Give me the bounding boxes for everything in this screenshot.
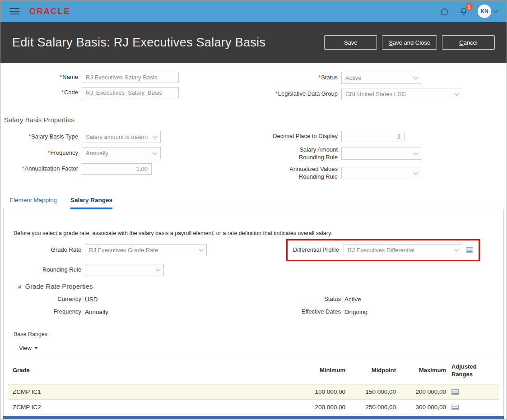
salary-basis-properties-title: Salary Basis Properties [4, 116, 507, 124]
required-asterisk: * [275, 90, 278, 97]
currency-label: Currency [4, 295, 81, 303]
currency-value: USD [85, 296, 98, 303]
chevron-down-icon [153, 150, 158, 155]
legislative-data-group-select[interactable]: GBI United States LDG [341, 88, 462, 100]
required-asterisk: * [28, 133, 31, 140]
column-header-grade: Grade [8, 357, 293, 384]
status-value: Active [345, 74, 411, 81]
adjusted-ranges-icon[interactable] [451, 405, 459, 410]
midpoint-cell: 250 000,00 [345, 399, 396, 415]
home-icon [439, 7, 450, 16]
chevron-down-icon [153, 134, 158, 138]
required-asterisk: * [318, 74, 321, 81]
chevron-down-icon [455, 91, 459, 96]
salary-amount-rounding-select[interactable] [341, 148, 421, 160]
grade-cell: ZCMP IC1 [8, 384, 293, 399]
code-label: *Code [0, 89, 78, 97]
minimum-cell: 100 000,00 [293, 384, 345, 399]
effective-dates-value: Ongoing [344, 309, 367, 315]
salary-basis-type-value: Salary amount is detern [86, 134, 151, 140]
view-menu-button[interactable]: View [19, 345, 503, 351]
differential-profile-value: RJ Executives Differential [348, 247, 452, 254]
legislative-data-group-value: GBI United States LDG [345, 91, 452, 97]
column-header-maximum: Maximum [396, 357, 446, 384]
notifications-button[interactable]: 1 [459, 6, 469, 16]
grade-rate-select[interactable]: RJ Executives Grade Rate [85, 244, 207, 256]
rounding-rule-select[interactable] [85, 264, 164, 276]
tab-element-mapping[interactable]: Element Mapping [9, 197, 57, 209]
table-row[interactable]: ZCMP IC2 200 000,00 250 000,00 300 000,0… [8, 399, 499, 415]
salary-basis-type-label: *Salary Basis Type [0, 133, 78, 141]
chevron-down-icon [455, 247, 459, 252]
frequency-label: *Frequency [0, 149, 78, 157]
required-asterisk: * [60, 74, 62, 80]
maximum-cell: 200 000,00 [396, 384, 446, 399]
disclosure-triangle-icon[interactable]: ◢ [17, 284, 21, 289]
grade-cell: ZCMP IC2 [8, 399, 293, 415]
maximum-cell: 300 000,00 [396, 399, 446, 415]
annualization-factor-label: *Annualization Factor [0, 165, 78, 173]
decimal-places-input[interactable] [341, 131, 405, 142]
midpoint-cell: 150 000,00 [345, 384, 396, 399]
salary-basis-type-select[interactable]: Salary amount is detern [82, 131, 161, 143]
chevron-down-icon [414, 151, 418, 155]
column-header-adjusted-ranges: Adjusted Ranges [446, 357, 499, 384]
bottom-blue-strip [3, 416, 504, 419]
salary-basis-form: *Name *Code *Status Active *Legis [0, 63, 507, 185]
grade-rate-value: RJ Executives Grade Rate [89, 247, 197, 254]
frequency-value: Annually [86, 150, 151, 157]
intro-text: Before you select a grade rate, associat… [14, 230, 503, 236]
decimal-places-label: Decimal Place to Display [254, 133, 338, 140]
differential-profile-details-icon[interactable] [466, 247, 473, 253]
salary-amount-rounding-label: Salary Amount Rounding Rule [254, 146, 338, 162]
grade-rate-status-value: Active [344, 296, 361, 303]
frequency-select[interactable]: Annually [82, 147, 161, 159]
chevron-down-icon [414, 75, 418, 79]
oracle-logo: ORACLE [29, 7, 70, 16]
minimum-cell: 200 000,00 [293, 399, 345, 415]
chevron-down-icon [156, 267, 161, 272]
save-and-close-button[interactable]: Save and Close [382, 35, 437, 50]
page-header: Edit Salary Basis: RJ Executives Salary … [0, 22, 507, 63]
avatar: KN [478, 5, 491, 18]
annualized-values-rounding-select[interactable] [341, 167, 421, 179]
page-root: ORACLE 1 KN Edit Salary Basis [0, 0, 507, 420]
base-ranges-table: Grade Minimum Midpoint Maximum Adjusted … [8, 357, 499, 420]
chevron-down-icon [494, 8, 498, 13]
name-label: *Name [0, 74, 78, 81]
column-header-minimum: Minimum [293, 357, 345, 384]
top-navigation-bar: ORACLE 1 KN [0, 0, 507, 22]
required-asterisk: * [48, 149, 50, 156]
required-asterisk: * [22, 165, 24, 172]
chevron-down-icon [199, 247, 204, 252]
home-button[interactable] [439, 7, 450, 16]
legislative-data-group-label: *Legislative Data Group [254, 90, 338, 98]
tab-bar: Element Mapping Salary Ranges [9, 197, 507, 209]
user-menu[interactable]: KN [478, 5, 498, 18]
table-row[interactable]: ZCMP IC1 100 000,00 150 000,00 200 000,0… [8, 384, 499, 399]
status-label: *Status [254, 74, 338, 82]
grade-rate-label: Grade Rate [4, 246, 81, 254]
grade-rate-properties-title: Grade Rate Properties [25, 282, 93, 290]
view-menu-label: View [19, 345, 32, 351]
caret-down-icon [34, 347, 38, 349]
chevron-down-icon [414, 170, 418, 175]
required-asterisk: * [61, 89, 64, 96]
save-button[interactable]: Save [324, 35, 377, 50]
adjusted-ranges-icon[interactable] [451, 389, 459, 395]
cancel-button[interactable]: Cancel [442, 35, 495, 50]
differential-profile-select[interactable]: RJ Executives Differential [344, 244, 462, 256]
name-input[interactable] [82, 72, 179, 83]
code-input[interactable] [82, 87, 179, 98]
page-title: Edit Salary Basis: RJ Executives Salary … [12, 36, 265, 50]
rounding-rule-label: Rounding Rule [4, 266, 81, 274]
hamburger-menu-icon[interactable] [9, 8, 19, 14]
grade-rate-frequency-label: Frequency [4, 308, 81, 316]
table-header-row: Grade Minimum Midpoint Maximum Adjusted … [8, 357, 499, 384]
column-header-midpoint: Midpoint [345, 357, 396, 384]
tab-salary-ranges[interactable]: Salary Ranges [70, 197, 112, 209]
notification-badge: 1 [465, 3, 473, 10]
annualization-factor-input[interactable] [82, 163, 152, 175]
annualized-values-rounding-label: Annualized Values Rounding Rule [254, 166, 338, 181]
status-select[interactable]: Active [341, 72, 421, 84]
